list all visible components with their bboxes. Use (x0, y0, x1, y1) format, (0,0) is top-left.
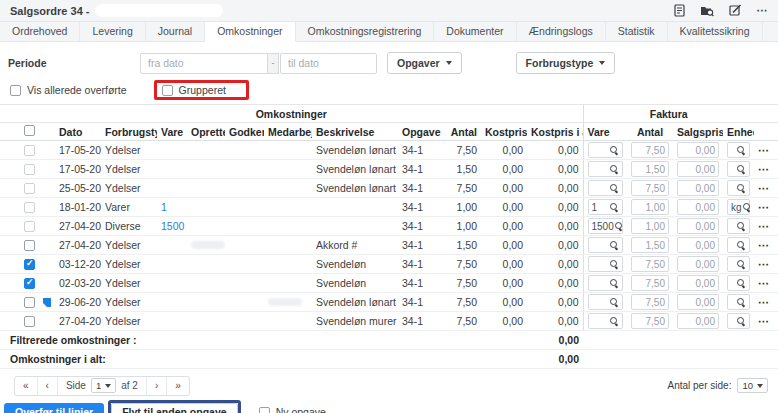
faktura-antal-input[interactable]: 1,00 (631, 218, 669, 234)
faktura-vare-input[interactable]: 1500 (588, 218, 624, 234)
per-page-select[interactable]: 10 (737, 378, 768, 393)
faktura-enhed-input[interactable] (727, 142, 750, 158)
opgaver-dropdown-button[interactable]: Opgaver (387, 52, 462, 74)
to-date-input[interactable] (280, 53, 377, 74)
faktura-enhed-input[interactable] (727, 275, 750, 291)
search-icon[interactable] (609, 278, 619, 289)
forbrugstype-dropdown-button[interactable]: Forbrugstype (516, 52, 616, 74)
faktura-salgspris-input[interactable]: 0,00 (677, 275, 719, 291)
more-icon[interactable]: ⋯ (757, 4, 769, 17)
grouped-option[interactable]: Grupperet (162, 84, 226, 96)
faktura-vare-input[interactable] (588, 142, 624, 158)
faktura-vare-input[interactable] (588, 237, 624, 253)
faktura-enhed-input[interactable] (727, 294, 750, 310)
tab-omkostningsregistrering[interactable]: Omkostningsregistrering (296, 22, 435, 41)
search-icon[interactable] (736, 164, 746, 175)
search-icon[interactable] (609, 259, 619, 270)
row-checkbox[interactable] (24, 278, 35, 289)
search-icon[interactable] (736, 259, 746, 270)
new-task-option[interactable]: Ny opgave (259, 406, 326, 413)
faktura-salgspris-input[interactable]: 0,00 (677, 294, 719, 310)
row-checkbox[interactable] (24, 297, 35, 308)
row-more-button[interactable] (758, 296, 770, 308)
faktura-vare-input[interactable] (588, 256, 624, 272)
new-task-checkbox[interactable] (259, 407, 270, 413)
first-page-button[interactable] (15, 377, 38, 395)
search-icon[interactable] (736, 316, 746, 327)
faktura-antal-input[interactable]: 1,00 (631, 199, 669, 215)
faktura-salgspris-input[interactable]: 0,00 (677, 142, 719, 158)
faktura-vare-input[interactable] (588, 275, 624, 291)
from-date-input[interactable] (140, 53, 268, 74)
document-icon[interactable] (674, 4, 685, 17)
search-icon[interactable] (609, 164, 619, 175)
faktura-antal-input[interactable]: 7,50 (631, 313, 669, 329)
tab-dokumenter[interactable]: Dokumenter (434, 22, 516, 41)
search-icon[interactable] (609, 316, 619, 327)
search-icon[interactable] (736, 221, 746, 232)
row-more-button[interactable] (758, 315, 770, 327)
vare-link[interactable]: 1500 (161, 220, 184, 232)
faktura-enhed-input[interactable] (727, 161, 750, 177)
vare-link[interactable]: 1 (161, 201, 167, 213)
faktura-salgspris-input[interactable]: 0,00 (677, 218, 719, 234)
row-more-button[interactable] (758, 239, 770, 251)
prev-page-button[interactable] (38, 377, 58, 395)
tab-statistik[interactable]: Statistik (606, 22, 668, 41)
grouped-checkbox[interactable] (162, 85, 173, 96)
show-transferred-option[interactable]: Vis allerede overførte (10, 84, 127, 96)
tab-journal[interactable]: Journal (146, 22, 205, 41)
row-more-button[interactable] (758, 144, 770, 156)
faktura-enhed-input[interactable]: kg (727, 199, 750, 215)
show-transferred-checkbox[interactable] (10, 85, 21, 96)
row-more-button[interactable] (758, 220, 770, 232)
faktura-salgspris-input[interactable]: 0,00 (677, 199, 719, 215)
faktura-enhed-input[interactable] (727, 237, 750, 253)
faktura-antal-input[interactable]: 1,50 (631, 161, 669, 177)
faktura-salgspris-input[interactable]: 0,00 (677, 256, 719, 272)
faktura-antal-input[interactable]: 7,50 (631, 294, 669, 310)
tab-ordrehoved[interactable]: Ordrehoved (0, 22, 80, 41)
search-icon[interactable] (736, 183, 746, 194)
tab-ændringslogs[interactable]: Ændringslogs (517, 22, 606, 41)
search-icon[interactable] (609, 202, 619, 213)
search-icon[interactable] (609, 297, 619, 308)
search-icon[interactable] (736, 240, 746, 251)
search-icon[interactable] (609, 145, 619, 156)
row-checkbox[interactable] (24, 240, 35, 251)
tab-omkostninger[interactable]: Omkostninger (205, 22, 295, 42)
faktura-antal-input[interactable]: 7,50 (631, 142, 669, 158)
move-to-other-task-button[interactable]: Flyt til anden opgave (111, 403, 237, 413)
faktura-antal-input[interactable]: 7,50 (631, 180, 669, 196)
row-more-button[interactable] (758, 258, 770, 270)
page-select[interactable]: 1 (91, 378, 116, 393)
faktura-enhed-input[interactable] (727, 218, 750, 234)
faktura-vare-input[interactable] (588, 294, 624, 310)
faktura-antal-input[interactable]: 7,50 (631, 275, 669, 291)
search-icon[interactable] (742, 202, 752, 213)
edit-icon[interactable] (729, 4, 742, 17)
row-more-button[interactable] (758, 182, 770, 194)
select-all-checkbox[interactable] (24, 125, 35, 136)
search-icon[interactable] (609, 240, 619, 251)
search-icon[interactable] (736, 297, 746, 308)
archive-search-icon[interactable] (700, 4, 714, 17)
search-icon[interactable] (736, 145, 746, 156)
next-page-button[interactable] (147, 377, 167, 395)
tab-levering[interactable]: Levering (80, 22, 145, 41)
faktura-vare-input[interactable]: 1 (588, 199, 624, 215)
row-more-button[interactable] (758, 277, 770, 289)
search-icon[interactable] (614, 221, 624, 232)
faktura-salgspris-input[interactable]: 0,00 (677, 237, 719, 253)
faktura-vare-input[interactable] (588, 313, 624, 329)
transfer-to-lines-button[interactable]: Overfør til linjer (4, 403, 104, 413)
search-icon[interactable] (736, 278, 746, 289)
row-checkbox[interactable] (24, 316, 35, 327)
faktura-vare-input[interactable] (588, 180, 624, 196)
faktura-enhed-input[interactable] (727, 180, 750, 196)
faktura-enhed-input[interactable] (727, 313, 750, 329)
search-icon[interactable] (609, 183, 619, 194)
row-checkbox[interactable] (24, 259, 35, 270)
row-more-button[interactable] (758, 201, 770, 213)
faktura-enhed-input[interactable] (727, 256, 750, 272)
